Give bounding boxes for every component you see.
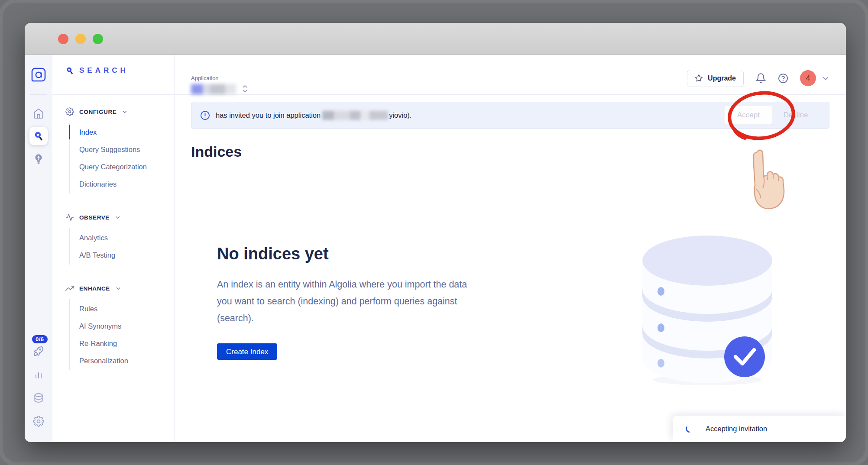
- observe-pulse-icon: [65, 213, 74, 222]
- analytics-bars-icon[interactable]: [29, 365, 48, 384]
- info-icon: [200, 110, 210, 120]
- create-index-button[interactable]: Create Index: [217, 343, 277, 360]
- notifications-bell-icon[interactable]: [755, 73, 766, 84]
- upgrade-label: Upgrade: [708, 74, 736, 82]
- chevron-down-icon: [122, 109, 128, 115]
- main-content: Application Upgrade: [175, 55, 846, 442]
- decline-button[interactable]: Decline: [773, 106, 819, 125]
- upgrade-button[interactable]: Upgrade: [687, 70, 744, 87]
- rail-divider: [30, 94, 47, 95]
- search-section-icon[interactable]: [29, 127, 48, 145]
- zoom-window-button[interactable]: [93, 34, 103, 44]
- nav-section-header-enhance[interactable]: ENHANCE: [52, 284, 174, 293]
- app-window: 0/6: [25, 23, 846, 442]
- settings-gear-icon[interactable]: [29, 412, 48, 430]
- sidebar-item-re-ranking[interactable]: Re-Ranking: [70, 335, 174, 352]
- sidebar-item-ab-testing[interactable]: A/B Testing: [70, 246, 174, 264]
- enhance-trend-icon: [65, 284, 74, 293]
- check-circle: [724, 336, 765, 377]
- page-title: Indices: [191, 143, 829, 160]
- search-logo-magnifier-icon: [65, 66, 74, 75]
- application-select-stepper[interactable]: [242, 85, 248, 93]
- home-icon[interactable]: [29, 104, 48, 123]
- sidebar-item-ai-synonyms[interactable]: AI Synonyms: [70, 317, 174, 335]
- onboarding-checklist[interactable]: 0/6: [29, 342, 48, 360]
- nav-section-label: OBSERVE: [79, 214, 110, 221]
- spinner-icon: [685, 424, 694, 433]
- accept-button[interactable]: Accept: [724, 106, 773, 125]
- star-icon: [695, 74, 703, 82]
- sidebar-item-query-categorization[interactable]: Query Categorization: [70, 158, 174, 175]
- minimize-window-button[interactable]: [75, 34, 86, 44]
- sidebar-item-dictionaries[interactable]: Dictionaries: [70, 175, 174, 193]
- window-titlebar: [25, 23, 846, 55]
- account-menu[interactable]: 4: [800, 70, 829, 86]
- close-window-button[interactable]: [58, 34, 68, 44]
- nav-section-observe: OBSERVE Analytics A/B Testing: [52, 213, 174, 265]
- chevron-up-icon: [242, 85, 248, 88]
- main-header: Application Upgrade: [175, 55, 846, 95]
- invitation-message: has invited you to join application yiov…: [216, 111, 411, 120]
- application-label: Application: [191, 75, 236, 81]
- help-icon[interactable]: [778, 73, 788, 84]
- chevron-down-icon: [242, 89, 248, 93]
- sidebar-item-personalization[interactable]: Personalization: [70, 352, 174, 369]
- chevron-down-icon: [115, 214, 121, 220]
- sidebar: SEARCH CONFIGURE Index Query: [52, 55, 175, 442]
- empty-state-title: No indices yet: [217, 245, 468, 263]
- sidebar-item-index[interactable]: Index: [70, 123, 174, 141]
- application-selector[interactable]: Application: [191, 62, 248, 94]
- icon-rail: 0/6: [25, 55, 52, 442]
- toast-notification: Accepting invitation: [673, 416, 846, 442]
- rocket-icon: [32, 345, 45, 358]
- sidebar-item-rules[interactable]: Rules: [70, 300, 174, 317]
- nav-section-label: CONFIGURE: [79, 109, 117, 115]
- chevron-down-icon: [115, 285, 121, 291]
- database-illustration: [640, 228, 774, 389]
- sidebar-item-analytics[interactable]: Analytics: [70, 229, 174, 246]
- checklist-badge: 0/6: [32, 335, 48, 343]
- algolia-logo[interactable]: [30, 67, 47, 83]
- avatar: 4: [800, 70, 816, 86]
- empty-state: No indices yet An index is an entity wit…: [217, 245, 468, 360]
- chevron-down-icon: [822, 74, 829, 82]
- nav-section-enhance: ENHANCE Rules AI Synonyms Re-Ranking Per…: [52, 284, 174, 370]
- nav-section-header-observe[interactable]: OBSERVE: [52, 213, 174, 222]
- toast-label: Accepting invitation: [706, 425, 767, 433]
- product-brand: SEARCH: [52, 55, 174, 95]
- empty-state-description: An index is an entity within Algolia whe…: [217, 276, 468, 327]
- sidebar-item-query-suggestions[interactable]: Query Suggestions: [70, 141, 174, 158]
- application-name-redacted: [191, 84, 236, 94]
- nav-section-header-configure[interactable]: CONFIGURE: [52, 107, 174, 116]
- configure-gear-icon: [65, 107, 74, 116]
- invitation-banner: has invited you to join application yiov…: [191, 102, 829, 129]
- data-sources-icon[interactable]: [29, 389, 48, 407]
- nav-section-label: ENHANCE: [79, 285, 110, 292]
- nav-section-configure: CONFIGURE Index Query Suggestions Query …: [52, 107, 174, 194]
- product-name: SEARCH: [79, 66, 129, 75]
- invited-application-redacted: [322, 111, 388, 120]
- recommend-icon[interactable]: [29, 149, 48, 168]
